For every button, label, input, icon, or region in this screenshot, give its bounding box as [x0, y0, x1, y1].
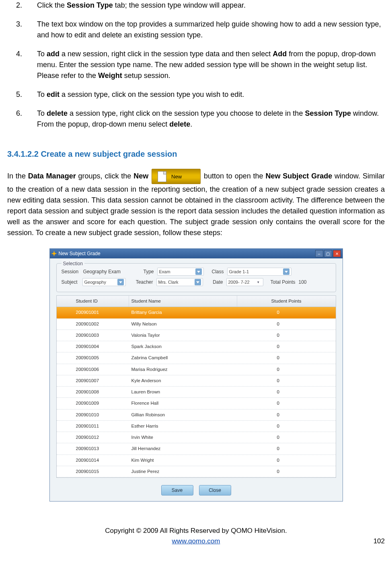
step-text: The text box window on the top provides … — [37, 19, 385, 41]
selection-group: Selection Session Geography Exam Type Ex… — [56, 263, 336, 292]
session-label: Session — [62, 268, 82, 275]
step-number: 6. — [7, 108, 37, 130]
app-icon — [51, 251, 57, 256]
window-title: New Subject Grade — [59, 250, 101, 257]
cell-student-points[interactable]: 0 — [237, 307, 336, 318]
instruction-item: 3.The text box window on the top provide… — [7, 19, 385, 41]
table-row[interactable]: 200901015Justine Perez0 — [57, 466, 336, 477]
new-button[interactable]: New — [152, 169, 201, 184]
save-button[interactable]: Save — [161, 485, 193, 495]
close-button[interactable]: ✕ — [333, 250, 341, 257]
new-subject-grade-window: New Subject Grade – ▢ ✕ Selection Sessio… — [49, 248, 343, 502]
cell-student-points[interactable]: 0 — [237, 352, 336, 363]
instruction-item: 6.To delete a session type, right click … — [7, 108, 385, 130]
table-row[interactable]: 200901003Valonia Taylor0 — [57, 330, 336, 341]
cell-student-id: 200901008 — [57, 387, 129, 397]
student-grid: Student ID Student Name Student Points 2… — [56, 295, 336, 478]
dropdown-arrow-icon — [195, 279, 201, 285]
table-row[interactable]: 200901001Brittany Garcia0 — [57, 307, 336, 318]
cell-student-id: 200901010 — [57, 409, 129, 420]
step-text: Click the Session Type tab; the session … — [37, 0, 385, 11]
type-label: Type — [131, 268, 157, 275]
cell-student-name: Zabrina Campbell — [129, 352, 237, 363]
cell-student-points[interactable]: 0 — [237, 341, 336, 352]
cell-student-points[interactable]: 0 — [237, 443, 336, 454]
table-row[interactable]: 200901010Gillian Robinson0 — [57, 409, 336, 421]
intro-paragraph: In the Data Manager groups, click the Ne… — [7, 169, 385, 238]
step-text: To add a new session, right click in the… — [37, 49, 385, 81]
step-number: 3. — [7, 19, 37, 41]
cell-student-points[interactable]: 0 — [237, 432, 336, 443]
cell-student-points[interactable]: 0 — [237, 421, 336, 432]
cell-student-name: Florence Hall — [129, 398, 237, 409]
teacher-label: Teacher — [126, 278, 156, 286]
step-number: 4. — [7, 49, 37, 81]
website-link[interactable]: www.qomo.com — [172, 537, 220, 545]
cell-student-id: 200901014 — [57, 455, 129, 466]
dropdown-arrow-icon — [117, 279, 124, 285]
cell-student-points[interactable]: 0 — [237, 319, 336, 330]
cell-student-points[interactable]: 0 — [237, 466, 336, 477]
date-label: Date — [203, 278, 226, 286]
table-row[interactable]: 200901007Kyle Anderson0 — [57, 375, 336, 387]
button-bar: Save Close — [50, 482, 343, 501]
cell-student-name: Gillian Robinson — [129, 409, 237, 420]
date-arrow-icon: ▾ — [256, 279, 261, 285]
table-row[interactable]: 200901004Spark Jackson0 — [57, 341, 336, 352]
cell-student-points[interactable]: 0 — [237, 455, 336, 466]
table-row[interactable]: 200901011Esther Harris0 — [57, 421, 336, 432]
window-titlebar: New Subject Grade – ▢ ✕ — [50, 249, 343, 258]
table-row[interactable]: 200901006Marisa Rodriguez0 — [57, 364, 336, 375]
subject-combo[interactable]: Geography — [82, 278, 126, 286]
session-field[interactable]: Geography Exam — [82, 268, 131, 275]
cell-student-id: 200901002 — [57, 319, 129, 330]
col-student-id[interactable]: Student ID — [57, 296, 129, 307]
cell-student-points[interactable]: 0 — [237, 375, 336, 386]
instruction-item: 4.To add a new session, right click in t… — [7, 49, 385, 81]
cell-student-points[interactable]: 0 — [237, 398, 336, 409]
cell-student-name: Marisa Rodriguez — [129, 364, 237, 375]
cell-student-points[interactable]: 0 — [237, 409, 336, 420]
class-combo[interactable]: Grade 1-1 — [227, 268, 291, 276]
step-number: 5. — [7, 89, 37, 100]
type-combo[interactable]: Exam — [157, 268, 204, 276]
cell-student-id: 200901015 — [57, 466, 129, 477]
table-row[interactable]: 200901008Lauren Brown0 — [57, 387, 336, 398]
maximize-button[interactable]: ▢ — [324, 250, 332, 257]
table-row[interactable]: 200901012Irvin White0 — [57, 432, 336, 443]
step-text: To delete a session type, right click on… — [37, 108, 385, 130]
table-row[interactable]: 200901013Jill Hernandez0 — [57, 443, 336, 455]
minimize-button[interactable]: – — [315, 250, 323, 257]
col-student-points[interactable]: Student Points — [237, 296, 336, 307]
cell-student-name: Willy Nelson — [129, 319, 237, 330]
table-row[interactable]: 200901014Kim Wright0 — [57, 455, 336, 466]
cell-student-name: Spark Jackson — [129, 341, 237, 352]
cell-student-id: 200901003 — [57, 330, 129, 341]
dropdown-arrow-icon — [195, 268, 202, 275]
subject-label: Subject — [62, 278, 82, 286]
date-picker[interactable]: 2009- 7-22▾ — [226, 278, 263, 286]
cell-student-id: 200901007 — [57, 375, 129, 386]
cell-student-name: Esther Harris — [129, 421, 237, 432]
table-row[interactable]: 200901005Zabrina Campbell0 — [57, 352, 336, 364]
cell-student-points[interactable]: 0 — [237, 387, 336, 397]
close-window-button[interactable]: Close — [199, 485, 231, 495]
col-student-name[interactable]: Student Name — [129, 296, 237, 307]
cell-student-id: 200901011 — [57, 421, 129, 432]
cell-student-points[interactable]: 0 — [237, 330, 336, 341]
cell-student-points[interactable]: 0 — [237, 364, 336, 375]
instruction-item: 5.To edit a session type, click on the s… — [7, 89, 385, 100]
table-row[interactable]: 200901002Willy Nelson0 — [57, 319, 336, 330]
teacher-combo[interactable]: Mrs. Clark — [156, 278, 203, 286]
page-number: 102 — [361, 536, 385, 547]
cell-student-id: 200901013 — [57, 443, 129, 454]
selection-legend: Selection — [62, 260, 84, 267]
cell-student-name: Irvin White — [129, 432, 237, 443]
cell-student-name: Kyle Anderson — [129, 375, 237, 386]
total-points-field[interactable]: 100 — [298, 278, 315, 286]
copyright-text: Copyright © 2009 All Rights Reserved by … — [7, 526, 385, 536]
dropdown-arrow-icon — [283, 268, 289, 275]
cell-student-name: Valonia Taylor — [129, 330, 237, 341]
table-row[interactable]: 200901009Florence Hall0 — [57, 398, 336, 409]
cell-student-id: 200901012 — [57, 432, 129, 443]
